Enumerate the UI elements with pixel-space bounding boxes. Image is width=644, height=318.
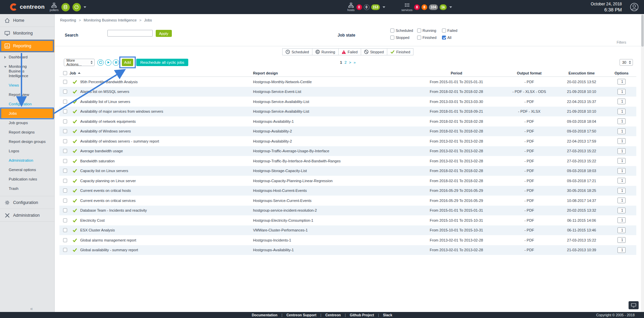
pollers-chevron-down-icon[interactable] — [84, 6, 86, 8]
row-checkbox[interactable] — [63, 238, 67, 242]
sidebar-item-monitoring-business-intelligence[interactable]: Monitoring Business Intelligence — [0, 62, 54, 81]
row-checkbox[interactable] — [63, 179, 67, 183]
centreon-logo[interactable]: centreon — [0, 0, 55, 14]
row-checkbox[interactable] — [63, 199, 67, 203]
column-header-period[interactable]: Period — [411, 71, 502, 75]
row-checkbox[interactable] — [63, 218, 67, 222]
services-status-badge[interactable]: 104 — [429, 4, 438, 10]
services-status-badge[interactable]: 1k — [440, 4, 447, 10]
filter-failed[interactable]: Failed — [442, 29, 462, 33]
job-name-link[interactable]: Electricity Cost — [80, 218, 253, 222]
sidebar-item-configuration[interactable]: Configuration — [0, 196, 54, 209]
filters-toggle[interactable]: Filters — [616, 40, 626, 44]
options-input[interactable]: 1 — [617, 198, 626, 203]
job-name-link[interactable]: Global alarms management report — [80, 238, 253, 242]
row-checkbox[interactable] — [63, 100, 67, 104]
job-name-link[interactable]: Capacity list on Linux servers — [80, 169, 253, 173]
scrollbar-thumb[interactable] — [641, 15, 644, 47]
column-header-job[interactable]: Job — [69, 71, 253, 75]
poller-database-status-icon[interactable] — [61, 3, 70, 11]
sidebar-item-trash[interactable]: Trash — [0, 184, 54, 193]
job-name-link[interactable]: Availability of windows servers - summar… — [80, 139, 253, 143]
user-menu[interactable] — [630, 3, 639, 13]
stopped-checkbox[interactable] — [390, 36, 394, 40]
services-chevron-down-icon[interactable] — [449, 6, 452, 8]
options-input[interactable]: 1 — [617, 168, 626, 174]
row-checkbox[interactable] — [63, 119, 67, 123]
failed-checkbox[interactable] — [442, 29, 446, 33]
row-checkbox[interactable] — [63, 159, 67, 163]
sidebar-item-views[interactable]: Views — [0, 81, 54, 90]
select-all-checkbox[interactable] — [63, 71, 67, 75]
apply-button[interactable]: Apply — [156, 30, 172, 37]
sidebar-item-general-options[interactable]: General options — [0, 165, 54, 174]
play-button[interactable] — [105, 59, 111, 66]
search-input[interactable] — [107, 30, 153, 37]
page-2-link[interactable]: 2 — [344, 60, 346, 64]
sidebar-item-configuration-section[interactable]: Configuration — [0, 99, 54, 109]
job-name-link[interactable]: Availability list of Linux servers — [80, 100, 253, 104]
job-name-link[interactable]: Database Team - Incidents and reactivity — [80, 208, 253, 212]
row-checkbox[interactable] — [63, 189, 67, 193]
footer-link[interactable]: Github Project — [350, 313, 383, 317]
running-checkbox[interactable] — [417, 29, 421, 33]
breadcrumb-mbi[interactable]: Monitoring Business Intelligence — [84, 18, 137, 22]
options-input[interactable]: 1 — [617, 227, 626, 233]
sidebar-item-report-designs[interactable]: Report designs — [0, 127, 54, 137]
row-checkbox[interactable] — [63, 80, 67, 84]
column-header-report-design[interactable]: Report design — [253, 71, 411, 75]
options-input[interactable]: 1 — [617, 217, 626, 223]
options-input[interactable]: 1 — [617, 89, 626, 95]
options-input[interactable]: 1 — [617, 148, 626, 154]
footer-link[interactable]: Documentation — [252, 313, 286, 317]
services-icon[interactable] — [404, 3, 410, 8]
refresh-button[interactable] — [97, 59, 104, 66]
sidebar-item-administration[interactable]: Administration — [0, 209, 54, 222]
options-input[interactable]: 1 — [617, 118, 626, 124]
pause-button[interactable] — [113, 59, 119, 66]
hosts-status-badge[interactable]: 0 — [356, 4, 362, 10]
job-name-link[interactable]: ESX Cluster Analysis — [80, 228, 253, 232]
footer-link[interactable]: Centreon — [325, 313, 350, 317]
footer-link[interactable]: Slack — [383, 313, 392, 317]
job-name-link[interactable]: Alarms list on MSSQL servers — [80, 90, 253, 94]
sidebar-item-publication-rules[interactable]: Publication rules — [0, 174, 54, 184]
options-input[interactable]: 1 — [617, 109, 626, 114]
job-name-link[interactable]: Availability of Windows servers — [80, 129, 253, 133]
sidebar-item-report-view[interactable]: Report view — [0, 90, 54, 99]
hosts-status-badge[interactable]: 153 — [371, 4, 380, 10]
options-input[interactable]: 1 — [617, 99, 626, 104]
row-checkbox[interactable] — [63, 228, 67, 232]
scheduled-checkbox[interactable] — [390, 29, 394, 33]
sidebar-collapse-button[interactable]: « — [30, 306, 33, 311]
options-input[interactable]: 1 — [617, 188, 626, 194]
footer-link[interactable]: Centreon Support — [286, 313, 325, 317]
sidebar-item-dashboard[interactable]: Dashboard — [0, 52, 54, 62]
options-input[interactable]: 1 — [617, 128, 626, 134]
options-input[interactable]: 1 — [617, 158, 626, 164]
row-checkbox[interactable] — [63, 169, 67, 173]
more-actions-select[interactable]: More Actions... — [64, 59, 95, 66]
finished-checkbox[interactable] — [417, 36, 421, 40]
add-button[interactable]: Add — [122, 59, 133, 66]
job-name-link[interactable]: Availability of network equipments — [80, 119, 253, 123]
filter-running[interactable]: Running — [417, 29, 442, 33]
sidebar-item-administration-section[interactable]: Administration — [0, 156, 54, 165]
options-input[interactable]: 1 — [617, 247, 626, 253]
row-checkbox[interactable] — [63, 208, 67, 212]
job-name-link[interactable]: Global availability - summary report — [80, 248, 253, 252]
options-input[interactable]: 1 — [617, 178, 626, 183]
column-header-execution-time[interactable]: Execution time — [556, 71, 607, 75]
filter-stopped[interactable]: Stopped — [390, 36, 417, 40]
fullscreen-button[interactable] — [629, 301, 639, 309]
poller-latency-status-icon[interactable] — [72, 3, 81, 11]
job-name-link[interactable]: 95th Percentile Bandwidth Analysis — [80, 80, 253, 84]
sidebar-item-job-groups[interactable]: Job groups — [0, 118, 54, 127]
job-name-link[interactable]: Capacity planning on Linux server — [80, 179, 253, 183]
options-input[interactable]: 1 — [617, 138, 626, 144]
breadcrumb-reporting[interactable]: Reporting — [60, 18, 76, 22]
scrollbar[interactable] — [641, 14, 644, 318]
pollers-icon[interactable] — [51, 3, 57, 8]
filter-finished[interactable]: Finished — [417, 36, 442, 40]
row-checkbox[interactable] — [63, 139, 67, 143]
